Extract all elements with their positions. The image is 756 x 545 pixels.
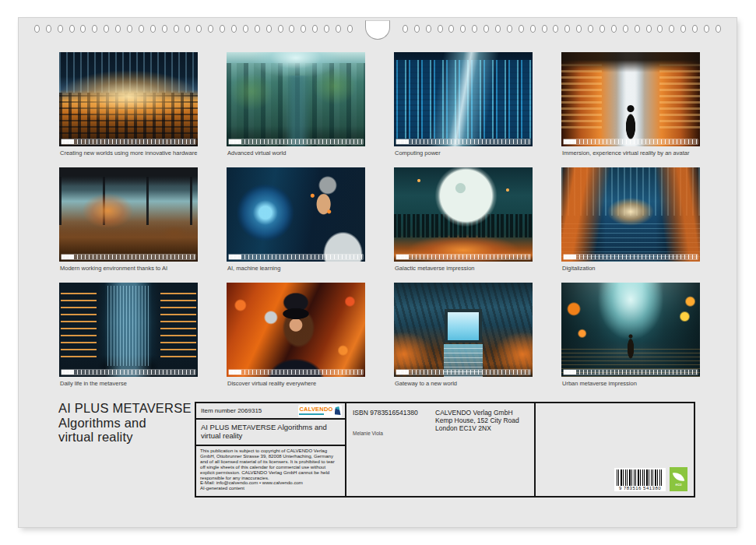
calvendo-logo-text: CALVENDO (299, 406, 332, 413)
binding-ring (115, 25, 121, 33)
binding-ring (530, 25, 536, 33)
wire-binding (28, 23, 727, 35)
calvendo-logo-tagline-bar (299, 413, 324, 415)
thumbnail-caption: Discover virtual reality everywhere (227, 380, 365, 387)
binding-ring (403, 25, 408, 33)
binding-ring (46, 25, 51, 33)
calvendo-logo-text-stack: CALVENDO (299, 406, 332, 415)
thumbnail-caption: Digitalization (562, 265, 700, 272)
binding-ring (336, 25, 341, 33)
binding-ring (611, 25, 617, 33)
info-right-column: 9 783516 541380 eco (536, 403, 694, 496)
binding-ring (312, 25, 318, 33)
thumbnail-caption: Creating new worlds using more innovativ… (60, 149, 198, 156)
publisher-info-box: Item number 2069315 CALVENDO AI PLUS MET… (195, 402, 695, 498)
binding-ring (220, 25, 225, 33)
binding-ring (208, 25, 213, 33)
thumbnail-image-ai-profile (227, 167, 365, 262)
thumbnail-image-avatar-beam (561, 52, 700, 146)
calendar-thumbnail: Computing power (394, 52, 533, 156)
item-number-cell: Item number 2069315 CALVENDO (196, 403, 345, 420)
binding-ring (657, 25, 663, 33)
thumbnail-caption: Modern working environment thanks to AI (60, 265, 198, 272)
binding-ring (680, 25, 686, 33)
binding-ring (150, 25, 156, 33)
thumbnail-caption: Galactic metaverse impression (395, 265, 533, 272)
binding-ring (519, 25, 524, 33)
binding-ring (716, 25, 721, 33)
isbn-author-block: ISBN 9783516541380 Melanie Viola (353, 409, 435, 490)
copyright-text: This publication is subject to copyright… (200, 448, 341, 480)
calendar-thumbnail: AI, machine learning (227, 167, 365, 272)
thumbnail-image-digital-street (561, 167, 700, 262)
binding-ring (196, 25, 202, 33)
binding-ring (507, 25, 512, 33)
binding-ring (600, 25, 605, 33)
binding-ring (553, 25, 558, 33)
calendar-title-cell: AI PLUS METAVERSE Algorithms and virtual… (196, 420, 345, 446)
barcode-number: 9 783516 541380 (617, 486, 663, 490)
calendar-thumbnail: Discover virtual reality everywhere (227, 283, 365, 387)
binding-ring (162, 25, 167, 33)
calendar-back-page: Creating new worlds using more innovativ… (19, 18, 737, 527)
binding-ring (669, 25, 674, 33)
thumbnail-caption: Gateway to a new world (395, 380, 533, 387)
thumbnail-image-galactic-moon (394, 167, 533, 262)
binding-ring (255, 25, 260, 33)
binding-ring (414, 25, 420, 33)
thumbnail-image-office (59, 167, 198, 262)
thumbnail-image-server-racks (394, 52, 533, 146)
calendar-thumbnail: Gateway to a new world (394, 283, 533, 387)
calendar-thumbnail: Digitalization (561, 167, 700, 272)
binding-ring (34, 25, 40, 33)
binding-ring (646, 25, 652, 33)
item-number: Item number 2069315 (201, 407, 262, 414)
isbn-number: ISBN 9783516541380 (353, 409, 435, 417)
binding-ring (127, 25, 132, 33)
calendar-thumbnail: Advanced virtual world (227, 52, 365, 156)
thumbnail-image-urban-street (561, 283, 700, 377)
calendar-thumbnail: Daily life in the metaverse (59, 283, 198, 387)
binding-ring (438, 25, 443, 33)
binding-ring (542, 25, 547, 33)
thumbnail-image-green-city (227, 52, 365, 146)
binding-ring (289, 25, 294, 33)
thumbnail-image-portal (394, 283, 533, 377)
binding-ring (243, 25, 248, 33)
binding-ring (266, 25, 272, 33)
calendar-thumbnail: Modern working environment thanks to AI (59, 167, 198, 272)
title-line-2: Algorithms and (58, 416, 192, 431)
hanger-hook (365, 20, 390, 40)
thumbnail-image-metaverse-alley (59, 283, 198, 377)
binding-rings-left (28, 25, 359, 33)
barcode-bars (617, 469, 663, 486)
calendar-thumbnail: Urban metaverse impression (561, 283, 700, 387)
month-thumbnail-grid: Creating new worlds using more innovativ… (59, 52, 700, 387)
binding-rings-right (396, 25, 727, 33)
publisher-address: CALVENDO Verlag GmbH Kemp House, 152 Cit… (435, 409, 519, 490)
binding-ring (185, 25, 190, 33)
binding-ring (426, 25, 431, 33)
calendar-thumbnail: Immersion, experience virtual reality by… (561, 52, 700, 156)
binding-ring (576, 25, 582, 33)
calvendo-logo: CALVENDO (298, 405, 342, 417)
thumbnail-caption: AI, machine learning (227, 265, 365, 272)
binding-ring (623, 25, 628, 33)
isbn-barcode: 9 783516 541380 (614, 468, 666, 491)
binding-ring (80, 25, 86, 33)
author-name: Melanie Viola (353, 431, 435, 436)
thumbnail-caption: Daily life in the metaverse (60, 380, 198, 387)
info-middle-column: ISBN 9783516541380 Melanie Viola CALVEND… (346, 403, 536, 496)
binding-ring (588, 25, 593, 33)
publisher-line-2: Kemp House, 152 City Road (435, 417, 519, 424)
binding-ring (448, 25, 454, 33)
binding-ring (347, 25, 353, 33)
calvendo-sail-icon (335, 406, 341, 415)
calendar-title: AI PLUS METAVERSE Algorithms and virtual… (58, 401, 192, 445)
info-left-column: Item number 2069315 CALVENDO AI PLUS MET… (196, 403, 346, 496)
binding-ring (278, 25, 283, 33)
binding-ring (104, 25, 109, 33)
leaf-icon (673, 471, 684, 483)
binding-ring (472, 25, 477, 33)
title-line-1: AI PLUS METAVERSE (58, 401, 192, 416)
